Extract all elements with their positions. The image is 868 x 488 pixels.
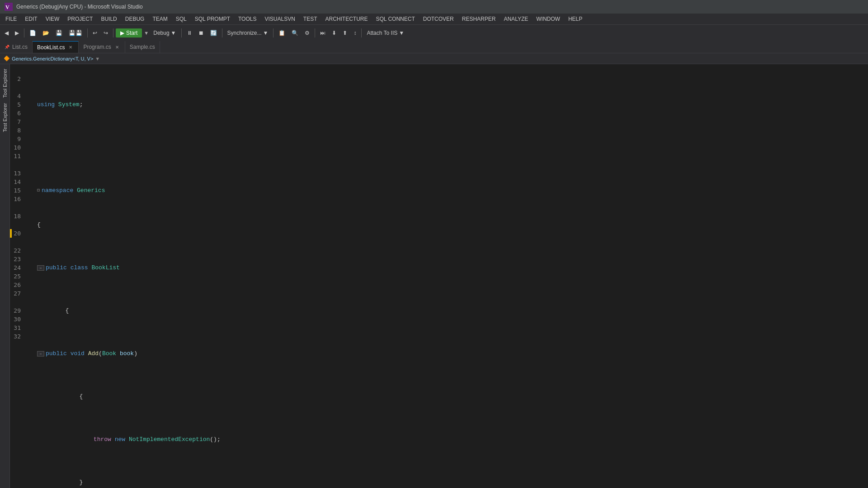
toolbar-restart[interactable]: 🔄 bbox=[208, 28, 220, 38]
menu-help[interactable]: HELP bbox=[565, 14, 586, 24]
line-num-25: 26 bbox=[12, 281, 24, 289]
line-num-0 bbox=[12, 66, 24, 75]
tab-samplecs-label: Sample.cs bbox=[130, 44, 155, 50]
line-num-20 bbox=[12, 238, 24, 246]
debug-label: Debug bbox=[153, 30, 169, 36]
tab-booklistcs-close[interactable]: ✕ bbox=[67, 44, 74, 51]
toolbar-redo[interactable]: ↪ bbox=[101, 28, 111, 38]
toolbar-misc1[interactable]: 📋 bbox=[276, 28, 288, 38]
debug-dropdown[interactable]: Debug ▼ bbox=[151, 28, 179, 38]
menu-resharper[interactable]: RESHARPER bbox=[458, 14, 500, 24]
tab-listcs[interactable]: 📌 List.cs bbox=[0, 41, 33, 53]
toolbar-misc2[interactable]: 🔍 bbox=[289, 28, 301, 38]
sidebar-test-explorer[interactable]: Test Explorer bbox=[1, 100, 9, 135]
start-button[interactable]: ▶ Start bbox=[116, 28, 142, 38]
line-num-2 bbox=[12, 83, 24, 92]
left-sidebar: Tool Explorer Test Explorer bbox=[0, 64, 10, 488]
toolbar-misc3[interactable]: ⚙ bbox=[302, 28, 312, 38]
code-line-booklistclass: − public class BookList bbox=[37, 263, 868, 272]
toolbar-debug-out[interactable]: ⬆ bbox=[340, 28, 350, 38]
toolbar-open[interactable]: 📂 bbox=[40, 28, 52, 38]
toolbar-new[interactable]: 📄 bbox=[27, 28, 39, 38]
menu-team[interactable]: TEAM bbox=[149, 14, 171, 24]
line-num-13: 14 bbox=[12, 178, 24, 186]
toolbar-sep1 bbox=[24, 28, 24, 38]
start-label: Start bbox=[126, 30, 137, 36]
toolbar-debug-step[interactable]: ⏭ bbox=[317, 28, 328, 38]
synchronize-btn[interactable]: Synchronize... ▼ bbox=[225, 28, 271, 38]
toolbar-save[interactable]: 💾 bbox=[53, 28, 65, 38]
collapse-add[interactable]: − bbox=[37, 351, 44, 357]
menu-file[interactable]: FILE bbox=[2, 14, 20, 24]
toolbar-sep5 bbox=[222, 28, 222, 38]
line-num-15: 16 bbox=[12, 195, 24, 203]
collapse-booklistclass[interactable]: − bbox=[37, 265, 44, 271]
menu-analyze[interactable]: ANALYZE bbox=[500, 14, 532, 24]
line-num-14: 15 bbox=[12, 186, 24, 195]
code-line-empty1 bbox=[37, 143, 868, 152]
menu-window[interactable]: WINDOW bbox=[533, 14, 564, 24]
attach-btn[interactable]: Attach To IIS ▼ bbox=[364, 28, 407, 38]
toolbar-stop[interactable]: ⏹ bbox=[196, 28, 207, 38]
attach-label: Attach To IIS bbox=[367, 30, 397, 36]
line-num-22: 23 bbox=[12, 255, 24, 263]
menu-sql-connect[interactable]: SQL CONNECT bbox=[373, 14, 419, 24]
toolbar-sep6 bbox=[273, 28, 274, 38]
toolbar-sep4 bbox=[181, 28, 182, 38]
menu-test[interactable]: TEST bbox=[300, 14, 321, 24]
editor[interactable]: 2456789101113141516182022232425262729303… bbox=[10, 64, 868, 488]
menu-project[interactable]: PROJECT bbox=[64, 14, 96, 24]
menu-dotcover[interactable]: DOTCOVER bbox=[420, 14, 458, 24]
line-num-28: 29 bbox=[12, 306, 24, 315]
toolbar-sep3 bbox=[113, 28, 113, 38]
breadcrumb-text[interactable]: Generics.GenericDictionary<T, U, V> bbox=[12, 56, 93, 61]
tab-programcs-close[interactable]: ✕ bbox=[114, 44, 120, 50]
menu-architecture[interactable]: ARCHITECTURE bbox=[322, 14, 372, 24]
toolbar-debug-misc[interactable]: ↕ bbox=[351, 28, 359, 38]
line-num-11 bbox=[12, 160, 24, 169]
menu-debug[interactable]: DEBUG bbox=[122, 14, 148, 24]
sidebar-tool-explorer[interactable]: Tool Explorer bbox=[1, 66, 9, 100]
tab-booklistcs-label: BookList.cs bbox=[37, 44, 65, 51]
menu-tools[interactable]: TOOLS bbox=[235, 14, 260, 24]
line-num-27 bbox=[12, 298, 24, 306]
toolbar-pause[interactable]: ⏸ bbox=[184, 28, 195, 38]
menu-visualsvn[interactable]: VISUALSVN bbox=[261, 14, 298, 24]
line-num-16 bbox=[12, 203, 24, 212]
toolbar: ◀ ▶ 📄 📂 💾 💾💾 ↩ ↪ ▶ Start ▼ Debug ▼ ⏸ ⏹ 🔄… bbox=[0, 24, 868, 41]
toolbar-undo[interactable]: ↩ bbox=[90, 28, 100, 38]
code-line-namespace: ⊟namespace Generics bbox=[37, 186, 868, 195]
tab-booklistcs[interactable]: BookList.cs ✕ bbox=[33, 41, 79, 53]
toolbar-save-all[interactable]: 💾💾 bbox=[66, 28, 85, 38]
menu-build[interactable]: BUILD bbox=[97, 14, 120, 24]
synchronize-label: Synchronize... bbox=[227, 30, 262, 36]
menu-bar: FILE EDIT VIEW PROJECT BUILD DEBUG TEAM … bbox=[0, 14, 868, 24]
code-line-brace2: { bbox=[37, 306, 868, 315]
svg-text:V: V bbox=[5, 4, 9, 10]
line-num-5: 6 bbox=[12, 109, 24, 117]
vs-logo: V bbox=[5, 3, 13, 11]
line-num-21: 22 bbox=[12, 246, 24, 255]
toolbar-forward[interactable]: ▶ bbox=[12, 28, 22, 38]
tab-pin: 📌 bbox=[5, 45, 9, 49]
start-icon: ▶ bbox=[120, 30, 124, 36]
line-num-6: 7 bbox=[12, 117, 24, 126]
main-area: Tool Explorer Test Explorer 245678910111… bbox=[0, 64, 868, 488]
code-content[interactable]: using System; ⊟namespace Generics { − pu… bbox=[35, 66, 868, 488]
toolbar-back[interactable]: ◀ bbox=[2, 28, 11, 38]
tab-programcs[interactable]: Program.cs ✕ bbox=[79, 41, 125, 53]
line-num-9: 10 bbox=[12, 143, 24, 152]
toolbar-debug-into[interactable]: ⬇ bbox=[329, 28, 339, 38]
menu-sql-prompt[interactable]: SQL PROMPT bbox=[191, 14, 234, 24]
line-num-31: 32 bbox=[12, 332, 24, 341]
line-numbers: 2456789101113141516182022232425262729303… bbox=[12, 66, 28, 488]
menu-edit[interactable]: EDIT bbox=[21, 14, 41, 24]
line-num-30: 31 bbox=[12, 324, 24, 332]
tab-programcs-label: Program.cs bbox=[83, 44, 111, 50]
start-dropdown[interactable]: ▼ bbox=[144, 30, 149, 36]
line-num-17: 18 bbox=[12, 212, 24, 221]
menu-view[interactable]: VIEW bbox=[42, 14, 63, 24]
breadcrumb-arrow: ▼ bbox=[95, 56, 100, 61]
menu-sql[interactable]: SQL bbox=[172, 14, 190, 24]
tab-samplecs[interactable]: Sample.cs bbox=[125, 41, 160, 53]
